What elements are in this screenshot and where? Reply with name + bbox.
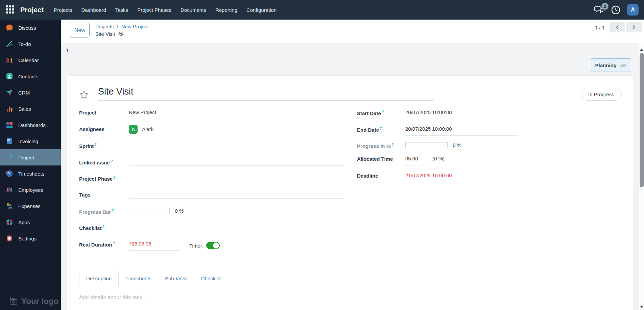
sidebar-item-contacts[interactable]: Contacts <box>0 68 61 84</box>
start-date-input[interactable]: 20/07/2025 10:00:00 <box>405 109 518 119</box>
assignees-input[interactable]: A Alark <box>129 126 344 137</box>
assignee-name[interactable]: Alark <box>142 126 153 132</box>
progress-bar-percent: 0 % <box>175 208 184 214</box>
nav-item-documents[interactable]: Documents <box>181 7 206 13</box>
field-row-project-phase: Project Phase? <box>79 175 344 191</box>
end-date-help-icon: ? <box>380 126 382 130</box>
tags-input[interactable] <box>129 191 344 199</box>
project-phase-input[interactable] <box>129 175 344 182</box>
sidebar-item-employees[interactable]: Employees <box>0 182 61 198</box>
app-sidebar: Discuss To-do 31 Calendar Contacts CRM S… <box>0 20 61 310</box>
assignees-label: Assignees <box>79 126 129 132</box>
progress-in-percent-value: 0 % <box>453 142 461 148</box>
stage-name: Planning <box>595 62 617 68</box>
start-date-help-icon: ? <box>382 110 384 114</box>
sidebar-item-label: Settings <box>18 236 37 241</box>
sidebar-item-sales[interactable]: Sales <box>0 101 61 117</box>
description-editor-placeholder[interactable]: Add details about this task... <box>79 294 147 301</box>
scrollbar-down-arrow[interactable] <box>639 304 644 309</box>
timer-toggle[interactable] <box>206 242 220 249</box>
clock-icon <box>611 5 620 15</box>
pager-next-button[interactable] <box>626 22 642 32</box>
sidebar-item-apps[interactable]: Apps <box>0 214 61 230</box>
row-indicator: 1 <box>66 47 69 53</box>
field-row-end-date: End Date? 20/07/2025 10:00:00 <box>357 126 518 143</box>
stage-duration-badge: 1M <box>620 63 626 68</box>
stage-planning-button[interactable]: Planning 1M <box>590 58 631 72</box>
real-duration-input[interactable]: 726:08:06 <box>129 241 181 251</box>
nav-item-project-phases[interactable]: Project Phases <box>137 7 171 13</box>
field-row-assignees: Assignees A Alark <box>79 126 344 143</box>
project-input[interactable]: New Project <box>129 109 344 119</box>
field-row-sprint: Sprint? <box>79 142 344 159</box>
svg-text:3: 3 <box>6 57 9 64</box>
sidebar-item-invoicing[interactable]: $ Invoicing <box>0 133 61 149</box>
record-pager: 1 / 1 <box>595 22 642 32</box>
tab-checklist[interactable]: Checklist <box>194 271 229 286</box>
settings-icon <box>5 234 14 243</box>
progress-bar-help-icon: ? <box>112 208 114 212</box>
scrollbar-up-arrow[interactable] <box>639 47 644 52</box>
breadcrumb-projects-link[interactable]: Projects <box>95 24 114 29</box>
scrollbar-thumb[interactable] <box>640 53 644 187</box>
nav-item-tasks[interactable]: Tasks <box>115 7 128 13</box>
sidebar-item-todo[interactable]: To-do <box>0 36 61 52</box>
invoicing-icon: $ <box>5 137 14 146</box>
calendar-icon: 31 <box>5 56 14 64</box>
tab-timesheets[interactable]: Timesheets <box>119 271 158 286</box>
allocated-time-label: Allocated Time <box>357 156 405 162</box>
user-avatar[interactable]: A <box>627 4 639 16</box>
tab-sub-tasks[interactable]: Sub-tasks <box>158 271 194 286</box>
checklist-label: Checklist? <box>79 224 129 231</box>
sidebar-item-label: Dashboards <box>18 122 46 128</box>
favorite-star-icon[interactable] <box>79 90 89 101</box>
tab-description[interactable]: Description <box>79 271 119 286</box>
breadcrumb-record-name: Site Visit <box>95 30 115 38</box>
deadline-input[interactable]: 21/07/2025 10:00:00 <box>405 173 518 182</box>
sprint-input[interactable] <box>129 142 344 149</box>
end-date-input[interactable]: 20/07/2025 10:00:00 <box>405 126 518 136</box>
linked-issue-label: Linked issue? <box>79 159 129 165</box>
pager-buttons <box>610 22 642 32</box>
sidebar-item-discuss[interactable]: Discuss <box>0 20 61 36</box>
sidebar-item-calendar[interactable]: 31 Calendar <box>0 52 61 68</box>
real-duration-field: 726:08:06 Timer: <box>129 241 344 254</box>
sidebar-item-label: Calendar <box>18 57 39 63</box>
assignee-avatar: A <box>129 125 138 134</box>
pager-previous-button[interactable] <box>610 22 625 32</box>
form-left-column: Project New Project Assignees A Alark Sp… <box>79 109 344 257</box>
new-button[interactable]: New <box>70 23 90 37</box>
contacts-icon <box>5 72 14 81</box>
nav-item-dashboard[interactable]: Dashboard <box>81 7 106 13</box>
field-row-allocated-time: Allocated Time 05:00 (0 %) <box>357 156 518 173</box>
task-title-input[interactable]: Site Visit <box>98 86 434 101</box>
nav-item-reporting[interactable]: Reporting <box>215 7 237 13</box>
expenses-icon: $ <box>5 202 14 210</box>
linked-issue-input[interactable] <box>129 159 344 166</box>
messages-icon[interactable]: 2 <box>594 5 604 14</box>
app-brand[interactable]: Project <box>20 6 44 14</box>
nav-item-configuration[interactable]: Configuration <box>246 7 277 13</box>
navbar-right: 2 A <box>594 4 639 16</box>
sidebar-item-timesheets[interactable]: Timesheets <box>0 165 61 182</box>
sidebar-item-crm[interactable]: CRM <box>0 84 61 101</box>
sidebar-item-label: CRM <box>18 90 30 96</box>
sidebar-item-settings[interactable]: Settings <box>0 230 61 247</box>
gear-icon[interactable] <box>118 31 123 37</box>
logo-text: Your logo <box>21 296 58 306</box>
progress-bar-label: Progress Bar? <box>79 208 129 215</box>
nav-item-projects[interactable]: Projects <box>54 7 72 13</box>
svg-text:1: 1 <box>10 57 13 64</box>
apps-grid-icon[interactable] <box>6 5 15 14</box>
allocated-time-input[interactable]: 05:00 <box>405 156 427 165</box>
sidebar-item-dashboards[interactable]: Dashboards <box>0 117 61 133</box>
kanban-state-button[interactable]: In Progress <box>581 88 622 101</box>
control-panel: New Projects / New Project Site Visit 1 … <box>61 20 644 43</box>
sprint-label: Sprint? <box>79 142 129 149</box>
breadcrumb-new-project-link[interactable]: New Project <box>121 24 149 29</box>
checklist-input[interactable] <box>129 224 344 231</box>
timer-label: Timer: <box>189 243 204 249</box>
sidebar-item-expenses[interactable]: $ Expenses <box>0 198 61 214</box>
sidebar-item-project[interactable]: Project <box>0 149 61 165</box>
activities-clock-icon[interactable] <box>611 5 620 15</box>
